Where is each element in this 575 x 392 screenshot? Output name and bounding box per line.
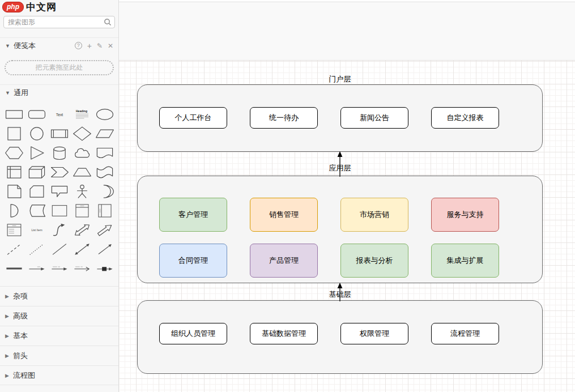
shape-textbox-icon[interactable]: Heading	[71, 105, 93, 124]
general-section-title: 通用	[14, 88, 28, 98]
php-logo-icon: php	[2, 2, 24, 12]
scratchpad-title: 便笺本	[14, 41, 36, 51]
shape-internal-storage-icon[interactable]	[3, 163, 25, 182]
sidebar-section-arrows[interactable]: ▶ 箭头	[0, 346, 118, 365]
shape-line-icon[interactable]	[48, 240, 71, 259]
general-section-header[interactable]: ▼ 通用	[0, 84, 118, 100]
shape-arrow-icon[interactable]	[93, 220, 116, 240]
shape-card-icon[interactable]	[25, 182, 48, 201]
help-icon[interactable]: ?	[75, 42, 82, 49]
node-personal-workbench[interactable]: 个人工作台	[159, 107, 227, 129]
shape-cube-icon[interactable]	[25, 163, 48, 182]
shape-or-icon[interactable]	[93, 182, 116, 201]
svg-text:Heading: Heading	[75, 109, 87, 113]
shape-text-icon[interactable]: Text	[48, 105, 71, 124]
shape-link-icon[interactable]	[3, 259, 25, 278]
shapes-sidebar: php 中文网 ▼ 便笺本 ? + ✎ ✕ 把元素拖至此处 ▼ 通用	[0, 0, 119, 392]
node-org-personnel[interactable]: 组织人员管理	[159, 323, 227, 344]
shape-parallelogram-icon[interactable]	[93, 124, 116, 143]
section-label: 箭头	[13, 351, 28, 361]
shape-search	[3, 16, 115, 28]
scratchpad-dropzone[interactable]: 把元素拖至此处	[5, 60, 114, 75]
layer-label-base[interactable]: 基础层	[312, 289, 368, 300]
shape-horizontal-container-icon[interactable]	[93, 201, 116, 220]
scratchpad-header[interactable]: ▼ 便笺本 ? + ✎ ✕	[0, 37, 118, 53]
shape-list-icon[interactable]	[3, 220, 25, 240]
shape-dotted-line-icon[interactable]	[25, 240, 48, 259]
svg-text:List Item: List Item	[31, 228, 42, 232]
node-integration-extension[interactable]: 集成与扩展	[431, 244, 499, 278]
close-icon[interactable]: ✕	[108, 42, 113, 50]
shape-rounded-rectangle-icon[interactable]	[25, 105, 48, 124]
shape-actor-icon[interactable]	[71, 182, 93, 201]
sidebar-section-flowchart[interactable]: ▶ 流程图	[0, 365, 118, 385]
sidebar-section-advanced[interactable]: ▶ 高级	[0, 306, 118, 326]
svg-text:Text: Text	[56, 113, 63, 117]
shape-and-icon[interactable]	[3, 201, 25, 220]
shape-data-storage-icon[interactable]	[25, 201, 48, 220]
add-icon[interactable]: +	[87, 42, 92, 49]
sidebar-section-basic[interactable]: ▶ 基本	[0, 326, 118, 346]
shape-cylinder-icon[interactable]	[48, 143, 71, 163]
node-permission-management[interactable]: 权限管理	[340, 323, 408, 344]
edit-pencil-icon[interactable]: ✎	[97, 42, 103, 50]
shape-square-icon[interactable]	[3, 124, 25, 143]
chevron-right-icon: ▶	[5, 333, 9, 339]
logo-text: 中文网	[26, 1, 57, 14]
shape-process-icon[interactable]	[48, 124, 71, 143]
diagram-layer: 门户层 个人工作台 统一待办 新闻公告 自定义报表 应用层 客户管理 销售管理 …	[119, 0, 575, 392]
shape-note-icon[interactable]	[3, 182, 25, 201]
shape-arrow-with-label-icon[interactable]	[25, 259, 48, 278]
shape-triangle-icon[interactable]	[25, 143, 48, 163]
shape-hexagon-icon[interactable]	[3, 143, 25, 163]
shape-dashed-line-icon[interactable]	[3, 240, 25, 259]
chevron-right-icon: ▶	[5, 313, 9, 319]
shape-dashed-arrow-with-label-icon[interactable]	[48, 259, 71, 278]
section-label: 高级	[13, 311, 28, 321]
node-custom-reports[interactable]: 自定义报表	[431, 107, 499, 129]
node-product-management[interactable]: 产品管理	[250, 244, 318, 278]
shape-container-icon[interactable]	[48, 201, 71, 220]
shape-list-item-icon[interactable]: List Item	[25, 220, 48, 240]
dropzone-hint: 把元素拖至此处	[36, 63, 83, 73]
shape-step-icon[interactable]	[48, 163, 71, 182]
shape-rectangle-icon[interactable]	[3, 105, 25, 124]
chevron-down-icon: ▼	[5, 90, 10, 96]
shape-ellipse-icon[interactable]	[93, 105, 116, 124]
node-base-data[interactable]: 基础数据管理	[250, 323, 318, 344]
node-contract-management[interactable]: 合同管理	[159, 244, 227, 278]
search-icon[interactable]	[104, 18, 112, 28]
node-news-announcements[interactable]: 新闻公告	[340, 107, 408, 129]
node-service-support[interactable]: 服务与支持	[431, 198, 499, 232]
shape-diamond-icon[interactable]	[71, 124, 93, 143]
shape-circle-icon[interactable]	[25, 124, 48, 143]
node-reports-analysis[interactable]: 报表与分析	[340, 244, 408, 278]
node-sales-management[interactable]: 销售管理	[250, 198, 318, 232]
shape-curve-icon[interactable]	[48, 220, 71, 240]
shape-palette: Text Heading	[0, 100, 118, 286]
section-label: 流程图	[13, 370, 35, 381]
sidebar-section-misc[interactable]: ▶ 杂项	[0, 286, 118, 306]
node-marketing[interactable]: 市场营销	[340, 198, 408, 232]
shape-bidirectional-arrow-icon[interactable]	[71, 220, 93, 240]
chevron-right-icon: ▶	[5, 353, 9, 359]
shape-cloud-icon[interactable]	[71, 143, 93, 163]
shape-open-arrow-with-label-icon[interactable]	[71, 259, 93, 278]
node-customer-management[interactable]: 客户管理	[159, 198, 227, 232]
node-unified-todo[interactable]: 统一待办	[250, 107, 318, 129]
shape-directional-connector-icon[interactable]	[93, 240, 116, 259]
shape-connector-with-symbol-icon[interactable]	[93, 259, 116, 278]
section-label: 杂项	[13, 291, 28, 301]
search-input[interactable]	[3, 16, 115, 28]
diagram-canvas[interactable]: 门户层 个人工作台 统一待办 新闻公告 自定义报表 应用层 客户管理 销售管理 …	[119, 0, 575, 392]
shape-vertical-container-icon[interactable]	[71, 201, 93, 220]
shape-callout-icon[interactable]	[48, 182, 71, 201]
shape-bidirectional-connector-icon[interactable]	[71, 240, 93, 259]
app-logo[interactable]: php 中文网	[0, 0, 118, 14]
shape-trapezoid-icon[interactable]	[71, 163, 93, 182]
node-process-management[interactable]: 流程管理	[431, 323, 499, 344]
layer-label-application[interactable]: 应用层	[312, 163, 368, 173]
shape-document-icon[interactable]	[93, 143, 116, 163]
shape-tape-icon[interactable]	[93, 163, 116, 182]
layer-label-portal[interactable]: 门户层	[312, 74, 368, 84]
